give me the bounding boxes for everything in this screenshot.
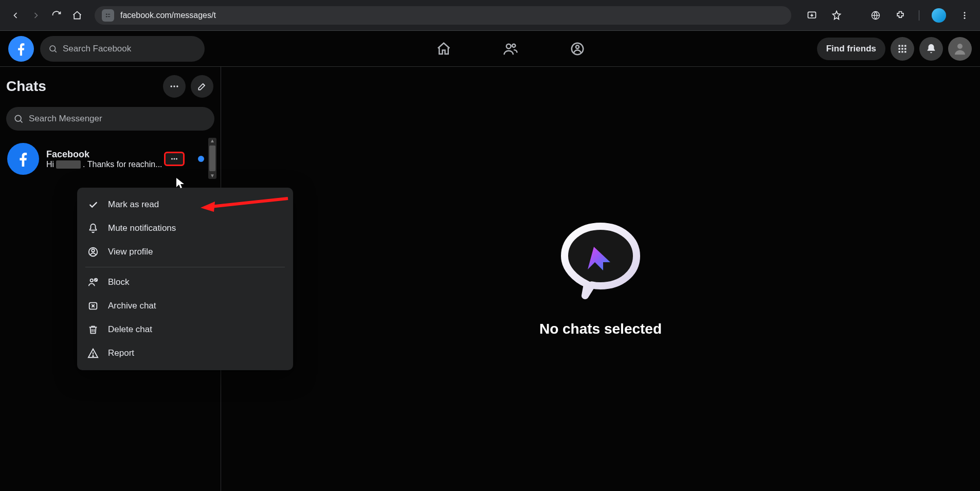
svg-point-26	[176, 85, 178, 87]
empty-state-title: No chats selected	[539, 321, 662, 337]
menu-label: Block	[108, 277, 130, 287]
notifications-button[interactable]	[919, 37, 943, 61]
menu-label: Archive chat	[108, 301, 156, 311]
address-bar[interactable]: facebook.com/messages/t	[95, 6, 791, 25]
bell-icon	[86, 222, 100, 235]
chat-item-facebook[interactable]: Facebook Hi . Thanks for reachin...	[5, 138, 215, 180]
svg-point-33	[90, 279, 94, 282]
menu-grid-button[interactable]	[891, 37, 914, 61]
extensions-icon[interactable]	[891, 6, 910, 25]
menu-block[interactable]: Block	[77, 270, 293, 294]
svg-rect-21	[901, 51, 903, 52]
menu-mute-notifications[interactable]: Mute notifications	[77, 216, 293, 240]
svg-rect-17	[899, 48, 900, 49]
unread-indicator-icon	[198, 156, 204, 162]
chat-list-scrollbar[interactable]: ▲ ▼	[208, 138, 216, 179]
check-icon	[86, 198, 100, 211]
menu-report[interactable]: Report	[77, 341, 293, 365]
menu-divider	[85, 267, 285, 267]
compose-button[interactable]	[191, 75, 213, 98]
browser-home-button[interactable]	[68, 6, 86, 25]
browser-back-button[interactable]	[6, 6, 25, 25]
svg-point-24	[171, 85, 172, 87]
friends-tab[interactable]	[498, 36, 523, 62]
svg-rect-15	[901, 45, 903, 46]
svg-point-6	[964, 12, 966, 13]
messenger-search-input[interactable]	[29, 114, 207, 124]
svg-rect-16	[904, 45, 906, 46]
svg-point-27	[15, 115, 21, 121]
svg-rect-20	[899, 51, 900, 52]
menu-label: View profile	[108, 247, 153, 257]
facebook-navbar: Find friends	[0, 31, 980, 67]
svg-point-8	[964, 17, 966, 19]
site-info-icon[interactable]	[102, 9, 114, 22]
svg-point-29	[174, 158, 175, 160]
chat-avatar	[7, 143, 39, 175]
groups-tab[interactable]	[565, 36, 590, 62]
block-icon	[86, 276, 100, 289]
svg-point-28	[171, 158, 173, 160]
find-friends-label: Find friends	[826, 44, 876, 54]
chat-options-button[interactable]	[163, 75, 186, 98]
menu-label: Report	[108, 348, 134, 358]
facebook-search[interactable]	[40, 36, 205, 62]
chat-list: Facebook Hi . Thanks for reachin... ▲ ▼	[5, 138, 215, 180]
svg-point-0	[106, 13, 107, 14]
menu-label: Mute notifications	[108, 223, 176, 233]
svg-point-10	[506, 44, 511, 48]
account-button[interactable]	[948, 37, 972, 61]
svg-rect-2	[107, 14, 110, 14]
chat-name: Facebook	[46, 149, 213, 160]
profile-icon	[86, 245, 100, 259]
search-icon	[48, 44, 58, 53]
svg-rect-3	[107, 16, 110, 16]
browser-refresh-button[interactable]	[47, 6, 66, 25]
warning-icon	[86, 347, 100, 360]
profile-avatar-icon[interactable]	[932, 8, 946, 23]
address-text: facebook.com/messages/t	[120, 11, 216, 20]
menu-label: Delete chat	[108, 324, 152, 335]
svg-rect-14	[899, 45, 900, 46]
globe-icon[interactable]	[866, 6, 885, 25]
find-friends-button[interactable]: Find friends	[817, 38, 885, 60]
sidebar-title: Chats	[6, 78, 46, 95]
menu-label: Mark as read	[108, 199, 159, 210]
svg-point-23	[957, 44, 963, 49]
browser-toolbar: facebook.com/messages/t	[0, 0, 980, 31]
facebook-logo[interactable]	[8, 36, 34, 62]
messenger-search[interactable]	[6, 107, 214, 131]
facebook-search-input[interactable]	[63, 44, 196, 54]
bookmark-icon[interactable]	[827, 6, 846, 25]
install-app-icon[interactable]	[803, 6, 821, 25]
trash-icon	[86, 323, 100, 336]
svg-point-7	[964, 14, 966, 16]
redacted-name	[56, 160, 81, 169]
menu-view-profile[interactable]: View profile	[77, 240, 293, 264]
chat-context-menu: Mark as read Mute notifications View pro…	[77, 188, 293, 370]
chat-snippet: Hi . Thanks for reachin...	[46, 160, 213, 169]
search-icon	[13, 114, 24, 124]
browser-forward-button[interactable]	[27, 6, 45, 25]
svg-point-1	[106, 16, 107, 17]
svg-point-36	[93, 356, 94, 357]
home-tab[interactable]	[431, 36, 457, 62]
svg-rect-22	[904, 51, 906, 52]
svg-point-9	[50, 46, 56, 51]
archive-icon	[86, 299, 100, 313]
svg-point-11	[512, 44, 515, 47]
svg-point-32	[92, 249, 95, 252]
svg-point-30	[176, 158, 177, 160]
svg-point-13	[576, 45, 579, 48]
chat-item-more-button[interactable]	[164, 152, 185, 166]
main-empty-state: No chats selected	[221, 67, 980, 491]
svg-rect-19	[904, 48, 906, 49]
chat-bubble-icon	[557, 221, 644, 303]
menu-mark-as-read[interactable]: Mark as read	[77, 193, 293, 216]
menu-archive-chat[interactable]: Archive chat	[77, 294, 293, 318]
browser-menu-icon[interactable]	[955, 6, 974, 25]
menu-delete-chat[interactable]: Delete chat	[77, 318, 293, 341]
svg-point-25	[173, 85, 175, 87]
svg-rect-18	[901, 48, 903, 49]
